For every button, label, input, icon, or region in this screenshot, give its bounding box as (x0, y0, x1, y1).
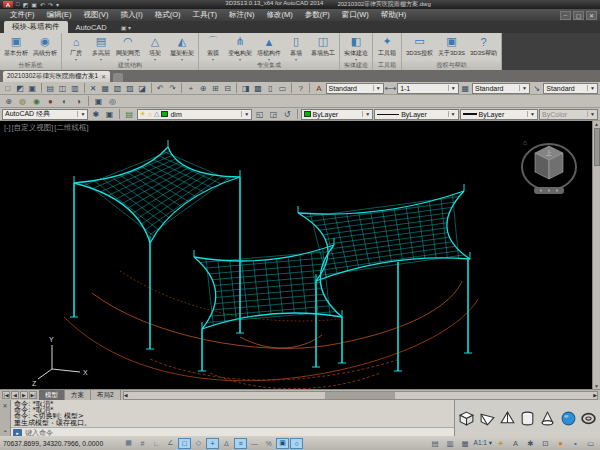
cable-membrane-button[interactable]: ⌒ 索膜 ▾ (201, 34, 225, 61)
workspace-settings-gear-icon[interactable]: ✱ (89, 109, 102, 120)
layer-previous-icon[interactable]: ↺ (281, 109, 294, 120)
modeling-sphere-icon[interactable] (560, 410, 577, 427)
layout-first-icon[interactable]: |◀ (2, 391, 10, 399)
zoom-previous-icon[interactable]: ⊟ (222, 83, 233, 94)
workspace-save-icon[interactable]: ▣ (103, 109, 116, 120)
ribbon-tab-autocad[interactable]: AutoCAD (68, 22, 115, 33)
materials-icon[interactable]: ◑ (72, 96, 85, 107)
zoom-window-icon[interactable]: ⊞ (210, 83, 221, 94)
menu-dimension[interactable]: 标注(N) (223, 9, 260, 21)
publish-icon[interactable]: ▥ (69, 83, 80, 94)
viewcube[interactable]: 上 ⌂ (522, 139, 576, 194)
make-object-layer-current-icon[interactable]: ◱ (253, 109, 266, 120)
scroll-right-icon[interactable]: ▶ (593, 392, 597, 398)
model-space-button[interactable]: ▤ (429, 438, 442, 449)
factory-button[interactable]: ⌂ 厂房 ▾ (64, 34, 88, 61)
hardware-accel-button[interactable]: ▪ (569, 438, 582, 449)
scroll-left-icon[interactable]: ◀ (124, 392, 128, 398)
lights-icon[interactable]: ◐ (58, 96, 71, 107)
vertical-scroll-thumb[interactable] (594, 128, 600, 166)
redo-icon[interactable]: ↷ (167, 83, 178, 94)
quick-properties-toggle[interactable]: ▣ (276, 438, 289, 449)
dynamic-ucs-toggle[interactable]: ∆ (220, 438, 233, 449)
scroll-up-icon[interactable]: ▲ (594, 121, 599, 127)
layer-freeze-sun-icon[interactable]: ○ (148, 111, 152, 118)
qat-new-icon[interactable]: □ (16, 1, 20, 8)
linetype-combo[interactable]: ByLayer ▼ (374, 109, 458, 120)
qat-undo-icon[interactable]: ↶ (40, 1, 45, 8)
tower-button[interactable]: △ 塔架 ▾ (143, 34, 167, 61)
menu-modify[interactable]: 修改(M) (261, 9, 299, 21)
toolbox-button[interactable]: ✦ 工具箱 (375, 34, 399, 61)
command-history[interactable]: 命令: *取消* 命令: *取消* 命令: <切换到: 模型> 重生成模型 - … (11, 400, 454, 436)
lineweight-combo[interactable]: ByLayer ▼ (460, 109, 539, 120)
layout-tab-scheme[interactable]: 方案 (65, 390, 91, 400)
command-wrench-icon[interactable]: ⌁ (3, 427, 7, 434)
annotation-visibility-button[interactable]: ☀ (494, 438, 507, 449)
qat-redo-icon[interactable]: ↷ (48, 1, 53, 8)
menu-view[interactable]: 视图(V) (78, 9, 115, 21)
modeling-wedge-icon[interactable] (479, 410, 496, 427)
drawing-canvas[interactable]: [-] [自定义视图] [二维线框] 上 ⌂ (0, 121, 592, 389)
menu-edit[interactable]: 编辑(E) (41, 9, 78, 21)
viewcube-top-face-label[interactable]: 上 (545, 150, 552, 156)
quick-view-drawings-button[interactable]: ▦ (459, 438, 472, 449)
named-views-icon[interactable]: ▣ (92, 96, 105, 107)
layer-combo[interactable]: ☀ ○ △ dim ▼ (137, 109, 253, 120)
layout-next-icon[interactable]: ▶ (20, 391, 28, 399)
snap-toggle[interactable]: ▦ (122, 438, 135, 449)
layout-prev-icon[interactable]: ◀ (11, 391, 19, 399)
document-tab[interactable]: 20210302菲律宾医院雨棚方案1 ✕ (3, 71, 110, 82)
text-style-combo[interactable]: Standard▼ (326, 83, 384, 94)
truss-button[interactable]: ◭ 屋架桁架 ▾ (168, 34, 196, 61)
undo-icon[interactable]: ↶ (155, 83, 166, 94)
ortho-toggle[interactable]: ∟ (150, 438, 163, 449)
osnap-3d-toggle[interactable]: ◇ (192, 438, 205, 449)
menu-insert[interactable]: 插入(I) (115, 9, 149, 21)
command-window-grip[interactable]: ✕ ⌁ (0, 400, 11, 436)
plot-icon[interactable]: ▤ (45, 83, 56, 94)
qat-open-icon[interactable]: ◩ (23, 1, 29, 8)
quick-view-layouts-button[interactable]: ▥ (444, 438, 457, 449)
cut-icon[interactable]: ✕ (87, 83, 98, 94)
workspace-combo[interactable]: AutoCAD 经典▼ (2, 109, 88, 120)
app-logo-icon[interactable]: A (3, 1, 13, 8)
annotation-scale-button[interactable]: A1:1 ▾ (474, 439, 492, 447)
annotation-autoscale-button[interactable]: A (509, 438, 522, 449)
otrack-toggle[interactable]: + (206, 438, 219, 449)
clean-screen-button[interactable]: ▭ (584, 438, 597, 449)
new-icon[interactable]: □ (2, 83, 13, 94)
sheetset-icon[interactable]: ▭ (277, 83, 288, 94)
copy-icon[interactable]: ▦ (100, 83, 111, 94)
color-combo[interactable]: ByLayer ▼ (301, 109, 374, 120)
layer-properties-icon[interactable]: ▤ (123, 109, 136, 120)
new-drawing-tab-button[interactable] (113, 73, 123, 82)
qat-save-icon[interactable]: ▣ (31, 1, 37, 8)
ribbon-tab-curtainwall[interactable]: 模块-幕墙构件 (4, 21, 68, 33)
orbit-constrained-icon[interactable]: ⊕ (2, 96, 15, 107)
mleader-style-combo[interactable]: Standard▼ (543, 83, 598, 94)
layer-bulb-icon[interactable]: ☀ (140, 110, 146, 118)
camera-icon[interactable]: ◎ (106, 96, 119, 107)
save-icon[interactable]: ▣ (27, 83, 38, 94)
mast-member-button[interactable]: ▲ 塔桅构件 ▾ (255, 34, 283, 61)
menu-format[interactable]: 格式(O) (149, 9, 187, 21)
open-icon[interactable]: ◩ (14, 83, 25, 94)
designcenter-icon[interactable]: ▩ (252, 83, 263, 94)
layout-tab-layout2[interactable]: 布局2 (91, 390, 121, 400)
substation-frame-button[interactable]: ⋔ 变电构架 ▾ (226, 34, 254, 61)
orbit-continuous-icon[interactable]: ◉ (30, 96, 43, 107)
dim-style-combo[interactable]: 1-1▼ (397, 83, 459, 94)
osnap-toggle[interactable]: □ (178, 438, 191, 449)
menu-help[interactable]: 帮助(H) (375, 9, 412, 21)
tool-palettes-icon[interactable]: ▯ (265, 83, 276, 94)
layer-lock-icon[interactable]: △ (154, 110, 159, 118)
help-3d3s-button[interactable]: ? 3D3S帮助 (468, 34, 499, 61)
modeling-cone-icon[interactable] (539, 410, 556, 427)
curtainwall-thermal-button[interactable]: ◫ 幕墙热工 (309, 34, 337, 61)
layer-match-icon[interactable]: ◲ (267, 109, 280, 120)
command-close-icon[interactable]: ✕ (2, 402, 7, 409)
close-button[interactable]: ✕ (586, 11, 597, 20)
ribbon-minimize-icon[interactable]: ▣ ▾ (121, 24, 131, 33)
modeling-pyramid-icon[interactable] (499, 410, 516, 427)
